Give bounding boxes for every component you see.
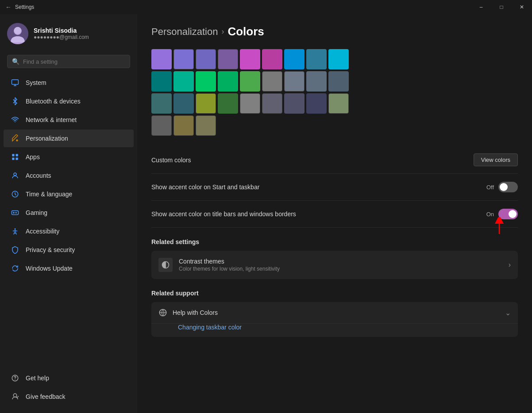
color-swatch[interactable] [196, 115, 216, 136]
paint-icon [11, 134, 19, 143]
red-arrow-annotation [493, 217, 506, 236]
svg-rect-9 [12, 158, 14, 160]
help-colors-item: Help with Colors ⌄ Changing taskbar colo… [151, 302, 518, 337]
sidebar-item-accounts-label: Accounts [26, 172, 51, 179]
sidebar-item-update[interactable]: Windows Update [4, 260, 134, 277]
search-icon: 🔍 [12, 58, 19, 65]
contrast-icon [158, 258, 173, 272]
accent-titlebar-toggle[interactable] [498, 209, 518, 219]
bluetooth-icon [11, 97, 19, 106]
accent-taskbar-toggle[interactable] [498, 182, 518, 192]
color-swatch[interactable] [328, 71, 349, 92]
sidebar-item-gethelp[interactable]: Get help [4, 369, 134, 387]
related-settings-section: Related settings Contrast themes Color t… [151, 238, 518, 279]
svg-point-11 [14, 173, 16, 176]
color-swatch[interactable] [151, 93, 172, 114]
contrast-themes-subtitle: Color themes for low vision, light sensi… [179, 266, 280, 272]
sidebar-item-accessibility-label: Accessibility [26, 228, 59, 235]
shield-icon [11, 245, 19, 254]
avatar [7, 23, 28, 44]
svg-point-14 [15, 228, 16, 229]
accent-titlebar-row: Show accent color on title bars and wind… [151, 201, 518, 228]
minimize-button[interactable]: – [471, 0, 491, 14]
sidebar-item-bluetooth-label: Bluetooth & devices [26, 98, 81, 105]
title-bar-controls: – □ ✕ [471, 0, 532, 14]
color-swatch[interactable] [151, 115, 172, 136]
title-bar-title: Settings [15, 4, 34, 10]
sidebar-item-system[interactable]: System [4, 74, 134, 92]
color-swatch[interactable] [196, 93, 216, 114]
help-colors-title: Help with Colors [173, 309, 218, 316]
sidebar-item-network[interactable]: Network & internet [4, 111, 134, 129]
back-icon[interactable]: ← [5, 4, 12, 11]
sidebar-item-network-label: Network & internet [26, 116, 77, 123]
color-swatch[interactable] [306, 93, 327, 114]
color-swatch[interactable] [173, 71, 194, 92]
accent-titlebar-label: Show accent color on title bars and wind… [151, 210, 296, 218]
contrast-themes-title: Contrast themes [179, 258, 280, 265]
search-box[interactable]: 🔍 [7, 55, 130, 68]
color-swatch[interactable] [196, 71, 216, 92]
help-icon [11, 374, 19, 382]
sidebar-item-accounts[interactable]: Accounts [4, 167, 134, 184]
monitor-icon [11, 78, 19, 87]
color-swatch[interactable] [328, 93, 349, 114]
color-swatch[interactable] [173, 115, 194, 136]
color-swatch[interactable] [328, 49, 349, 69]
related-settings-header: Related settings [151, 238, 518, 245]
svg-rect-7 [12, 154, 14, 156]
color-swatch[interactable] [218, 93, 238, 114]
color-swatch[interactable] [173, 49, 194, 69]
sidebar-item-bluetooth[interactable]: Bluetooth & devices [4, 92, 134, 110]
contrast-themes-item[interactable]: Contrast themes Color themes for low vis… [151, 251, 518, 279]
color-swatch[interactable] [240, 93, 260, 114]
sidebar-item-privacy[interactable]: Privacy & security [4, 241, 134, 259]
sidebar-item-system-label: System [26, 79, 46, 86]
color-swatch[interactable] [196, 49, 216, 69]
color-swatch[interactable] [151, 71, 172, 92]
wifi-icon [11, 115, 19, 124]
search-input[interactable] [23, 58, 125, 65]
sidebar: Srishti Sisodia ●●●●●●●●@gmail.com 🔍 Sys… [0, 14, 137, 413]
maximize-button[interactable]: □ [491, 0, 512, 14]
sidebar-item-personalization[interactable]: Personalization [4, 130, 134, 147]
color-swatch[interactable] [240, 71, 260, 92]
related-support-section: Related support Help with Colors ⌄ [151, 290, 518, 337]
breadcrumb-parent[interactable]: Personalization [151, 26, 218, 38]
account-icon [11, 171, 19, 180]
close-button[interactable]: ✕ [512, 0, 532, 14]
related-support-header: Related support [151, 290, 518, 297]
color-swatch[interactable] [306, 49, 327, 69]
color-grid [151, 49, 518, 136]
sidebar-item-accessibility[interactable]: Accessibility [4, 222, 134, 240]
toggle-knob-2 [509, 210, 517, 218]
color-swatch[interactable] [218, 71, 238, 92]
color-swatch[interactable] [240, 49, 260, 69]
color-swatch[interactable] [262, 49, 282, 69]
color-swatch[interactable] [218, 49, 238, 69]
user-info: Srishti Sisodia ●●●●●●●●@gmail.com [34, 27, 89, 40]
sidebar-item-gaming[interactable]: Gaming [4, 204, 134, 222]
sidebar-item-feedback[interactable]: Give feedback [4, 388, 134, 405]
svg-point-6 [16, 139, 18, 141]
update-icon [11, 264, 19, 273]
color-swatch[interactable] [262, 71, 282, 92]
color-swatch[interactable] [262, 93, 282, 114]
view-colors-button[interactable]: View colors [474, 153, 518, 166]
color-swatch[interactable] [284, 93, 305, 114]
gaming-icon [11, 208, 19, 217]
sidebar-item-time-label: Time & language [26, 191, 72, 198]
help-colors-header[interactable]: Help with Colors ⌄ [151, 302, 518, 323]
sidebar-item-apps[interactable]: Apps [4, 148, 134, 166]
color-swatch[interactable] [306, 71, 327, 92]
color-swatch[interactable] [151, 49, 172, 69]
color-swatch[interactable] [284, 49, 305, 69]
changing-taskbar-link[interactable]: Changing taskbar color [178, 324, 242, 331]
color-swatch[interactable] [284, 71, 305, 92]
sidebar-item-update-label: Windows Update [26, 265, 73, 272]
toggle-knob [500, 183, 508, 191]
sidebar-item-time[interactable]: Time & language [4, 185, 134, 203]
sidebar-item-gaming-label: Gaming [26, 209, 47, 216]
color-swatch[interactable] [173, 93, 194, 114]
breadcrumb: Personalization › Colors [151, 25, 518, 38]
